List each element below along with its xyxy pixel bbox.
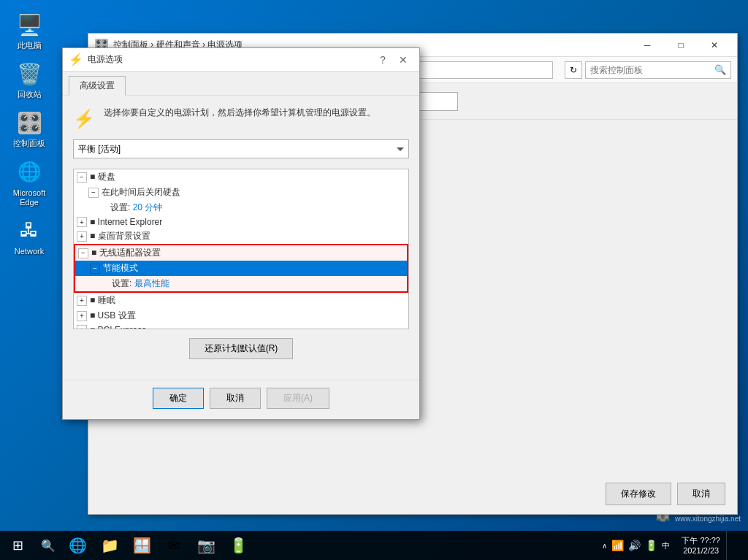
plan-dropdown-arrow [397, 147, 404, 151]
wireless-toggle[interactable]: − [78, 248, 88, 258]
dialog-titlebar: ⚡ 电源选项 ? ✕ [63, 48, 419, 72]
cancel-btn[interactable]: 取消 [210, 388, 261, 409]
bg-close-btn[interactable]: ✕ [698, 34, 731, 57]
taskbar-store[interactable]: 🪟 [126, 531, 158, 560]
bg-cancel-btn[interactable]: 取消 [677, 483, 725, 505]
harddisk-off-toggle[interactable]: − [88, 188, 99, 198]
usb-toggle[interactable]: + [77, 311, 87, 321]
apply-btn[interactable]: 应用(A) [267, 388, 329, 409]
network-icon: 🖧 [15, 216, 44, 245]
taskbar-battery-icon: 🔋 [229, 537, 248, 554]
ie-label: ■ Internet Explorer [90, 217, 162, 227]
dialog-title-icon: ⚡ [69, 53, 83, 67]
sleep-toggle[interactable]: + [77, 296, 87, 306]
desktop-bg-toggle[interactable]: + [77, 231, 87, 242]
control-panel-label: 控制面板 [13, 139, 45, 148]
taskbar-store-icon: 🪟 [133, 537, 151, 554]
plan-dropdown-value: 平衡 [活动] [78, 143, 121, 156]
taskbar-time[interactable]: 下午 ??:?? 2021/2/23 [676, 535, 726, 556]
taskbar-mail[interactable]: ✉ [158, 531, 190, 560]
power-options-dialog: ⚡ 电源选项 ? ✕ 高级设置 ⚡ 选择你要自定义的电源计划，然后选择你希望计算… [62, 47, 420, 420]
power-mode-toggle[interactable]: − [90, 264, 100, 274]
pci-label: ■ PCI Express [90, 325, 146, 329]
dialog-description: ⚡ 选择你要自定义的电源计划，然后选择你希望计算机管理的电源设置。 [73, 106, 409, 129]
taskbar-camera[interactable]: 📷 [190, 531, 222, 560]
pci-toggle[interactable]: + [77, 325, 87, 329]
tree-item-power-mode-setting[interactable]: 设置: 最高性能 [75, 276, 407, 291]
show-desktop-btn[interactable] [726, 531, 748, 560]
bg-minimize-btn[interactable]: ─ [630, 34, 664, 57]
taskbar-camera-icon: 📷 [197, 537, 215, 554]
dialog-body: ⚡ 选择你要自定义的电源计划，然后选择你希望计算机管理的电源设置。 平衡 [活动… [63, 96, 419, 380]
taskbar-explorer[interactable]: 📁 [94, 531, 126, 560]
edge-icon: 🌐 [15, 158, 44, 187]
desktop-icon-this-pc[interactable]: 🖥️ 此电脑 [3, 7, 56, 53]
start-button[interactable]: ⊞ [0, 531, 35, 560]
ie-toggle[interactable]: + [77, 217, 87, 227]
tab-advanced[interactable]: 高级设置 [69, 76, 126, 96]
tree-item-pci[interactable]: + ■ PCI Express [74, 323, 408, 329]
power-tree[interactable]: − ■ 硬盘 − 在此时间后关闭硬盘 设置: 20 分钟 + ■ Interne… [73, 169, 409, 329]
tree-item-harddisk-off[interactable]: − 在此时间后关闭硬盘 [74, 185, 408, 200]
dialog-close-btn[interactable]: ✕ [393, 50, 413, 70]
taskbar: ⊞ 🔍 🌐 📁 🪟 ✉ 📷 🔋 ∧ [0, 531, 748, 560]
tray-network-icon: 📶 [611, 540, 624, 551]
tray-icons: ∧ 📶 🔊 🔋 中 [596, 540, 676, 551]
tree-item-ie[interactable]: + ■ Internet Explorer [74, 215, 408, 229]
tree-item-wireless[interactable]: − ■ 无线适配器设置 [75, 245, 407, 261]
tray-battery-icon: 🔋 [645, 540, 657, 551]
harddisk-toggle[interactable]: − [77, 172, 87, 183]
taskbar-edge-icon: 🌐 [69, 537, 87, 554]
taskbar-edge[interactable]: 🌐 [61, 531, 94, 560]
plan-dropdown[interactable]: 平衡 [活动] [73, 139, 409, 158]
dialog-footer: 确定 取消 应用(A) [63, 380, 419, 419]
tree-item-desktop-bg[interactable]: + ■ 桌面背景设置 [74, 229, 408, 244]
dialog-title-text: 电源选项 [88, 53, 373, 66]
desktop-icon-recycle-bin[interactable]: 🗑️ 回收站 [3, 56, 56, 102]
desktop-icon-network[interactable]: 🖧 Network [3, 213, 56, 259]
usb-label: ■ USB 设置 [90, 310, 136, 322]
tray-language-icon: 中 [662, 540, 670, 551]
bg-window-controls: ─ □ ✕ [630, 34, 731, 57]
desktop: 🖥️ 此电脑 🗑️ 回收站 🎛️ 控制面板 🌐 Microsoft Edge 🖧… [0, 0, 748, 560]
harddisk-label: ■ 硬盘 [90, 171, 115, 183]
taskbar-explorer-icon: 📁 [101, 537, 119, 554]
sleep-label: ■ 睡眠 [90, 294, 115, 307]
tree-item-harddisk[interactable]: − ■ 硬盘 [74, 169, 408, 185]
tray-chevron[interactable]: ∧ [602, 542, 607, 550]
control-panel-icon: 🎛️ [15, 108, 44, 137]
taskbar-battery[interactable]: 🔋 [222, 531, 254, 560]
power-mode-label: 节能模式 [103, 262, 138, 275]
refresh-btn[interactable]: ↻ [565, 61, 582, 79]
reset-btn-row: 还原计划默认值(R) [73, 338, 409, 359]
dialog-help-btn[interactable]: ? [373, 50, 393, 70]
tree-item-sleep[interactable]: + ■ 睡眠 [74, 293, 408, 308]
clock-date: 2021/2/23 [682, 545, 720, 556]
harddisk-setting-label: 设置: 20 分钟 [110, 202, 162, 214]
dialog-tabs: 高级设置 [63, 72, 419, 96]
reset-btn[interactable]: 还原计划默认值(R) [189, 338, 294, 359]
power-mode-setting-label: 设置: 最高性能 [112, 277, 169, 290]
recycle-bin-icon: 🗑️ [15, 59, 44, 88]
tree-item-usb[interactable]: + ■ USB 设置 [74, 308, 408, 323]
search-input[interactable] [590, 65, 714, 75]
bg-maximize-btn[interactable]: □ [664, 34, 698, 57]
taskbar-mail-icon: ✉ [168, 537, 180, 554]
desktop-bg-label: ■ 桌面背景设置 [90, 230, 150, 242]
dialog-title-controls: ? ✕ [373, 50, 413, 70]
edge-label: Microsoft Edge [6, 188, 53, 207]
taskbar-search-icon: 🔍 [41, 539, 56, 553]
tray-volume-icon: 🔊 [628, 540, 641, 551]
taskbar-search-btn[interactable]: 🔍 [35, 531, 61, 560]
tree-item-power-mode[interactable]: − 节能模式 [75, 261, 407, 276]
desktop-icons: 🖥️ 此电脑 🗑️ 回收站 🎛️ 控制面板 🌐 Microsoft Edge 🖧… [0, 0, 58, 259]
desktop-icon-edge[interactable]: 🌐 Microsoft Edge [3, 155, 56, 210]
ok-btn[interactable]: 确定 [153, 388, 204, 409]
save-changes-btn[interactable]: 保存修改 [606, 483, 671, 505]
tree-item-harddisk-setting[interactable]: 设置: 20 分钟 [74, 200, 408, 215]
logo-url: www.xitongzhijia.net [675, 514, 741, 523]
desktop-icon-control-panel[interactable]: 🎛️ 控制面板 [3, 105, 56, 151]
search-icon: 🔍 [714, 64, 726, 75]
recycle-bin-label: 回收站 [18, 90, 42, 99]
taskbar-apps: 🌐 📁 🪟 ✉ 📷 🔋 [61, 531, 596, 560]
